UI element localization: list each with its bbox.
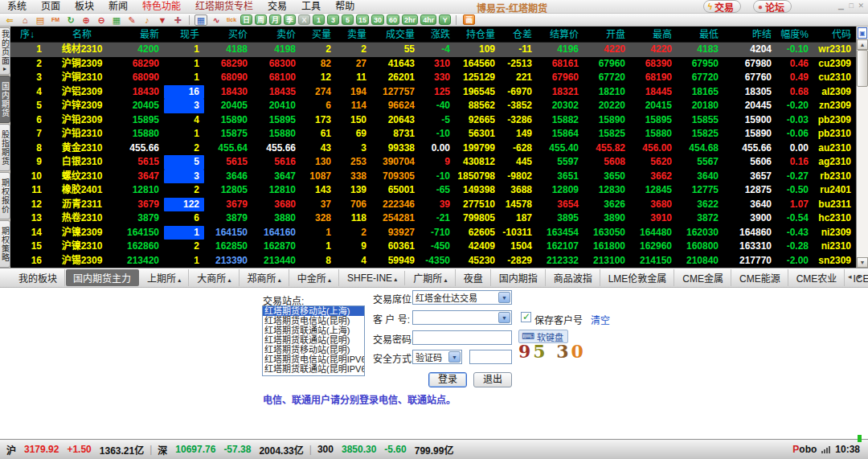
table-row[interactable]: 7沪铅2310158801158751588061698731-10563011…	[10, 127, 856, 141]
market-tab-gfex[interactable]: 广期所	[406, 269, 455, 286]
period-button-month[interactable]: 月	[269, 14, 281, 25]
column-header[interactable]: 现手	[164, 27, 204, 42]
period-button-m60[interactable]: 60	[387, 14, 399, 25]
filter-icon[interactable]: ▼	[156, 14, 169, 26]
chevron-down-icon[interactable]: ▼	[498, 292, 510, 303]
chevron-down-icon[interactable]: ▼	[448, 351, 461, 363]
column-header[interactable]: 昨结	[723, 27, 776, 42]
period-button-day[interactable]: 日	[240, 14, 252, 25]
seat-select[interactable]: 红塔金仕达交易▼	[412, 290, 512, 305]
station-item[interactable]: 红塔期货联通站(昆明IPV6)	[263, 364, 364, 374]
pin-icon[interactable]: ✚	[171, 14, 184, 26]
account-combobox[interactable]: ▼	[412, 310, 512, 325]
period-button-m1[interactable]: 1	[313, 14, 325, 25]
forum-button[interactable]: ●论坛	[753, 0, 792, 13]
menu-item-news[interactable]: 新闻	[101, 1, 135, 12]
table-row[interactable]: 5沪锌23092040532040520410611496624-4088562…	[10, 99, 856, 113]
menu-item-trade[interactable]: 交易	[260, 1, 294, 12]
column-header[interactable]: 名称	[47, 27, 117, 42]
period-button-m15[interactable]: 15	[356, 14, 369, 25]
table-row[interactable]: 13热卷23103879638793880328118254281-217998…	[10, 211, 856, 226]
column-header[interactable]: 开盘	[583, 27, 630, 42]
market-tab-my-blocks[interactable]: 我的板块	[11, 269, 65, 286]
market-tab-night[interactable]: 夜盘	[457, 269, 491, 286]
exit-button[interactable]: 退出	[473, 372, 512, 387]
notepad-icon[interactable]: ▤	[34, 14, 47, 26]
quote-table-icon[interactable]: ▦	[194, 14, 207, 26]
table-row[interactable]: 2沪铜2309682901682906830082274164331016456…	[10, 57, 856, 72]
column-header[interactable]: 买量	[301, 27, 336, 42]
menu-item-page[interactable]: 页面	[34, 1, 68, 12]
chevron-down-icon[interactable]: ▼	[498, 312, 510, 323]
scrollbar-thumb[interactable]	[857, 50, 868, 87]
period-button-week[interactable]: 周	[255, 14, 267, 25]
column-header[interactable]: 代码	[813, 27, 856, 42]
market-tab-commodity-vol[interactable]: 商品波指	[547, 269, 600, 286]
home-icon[interactable]: ⌂	[18, 14, 31, 26]
table-row[interactable]: 1线材231042001418841982255-4109-1141964220…	[10, 43, 856, 57]
draw-button[interactable]: 画	[463, 14, 475, 25]
table-row[interactable]: 6沪铅2309158954158901589517315020643-59266…	[10, 113, 856, 128]
station-item[interactable]: 红塔期货电信站(昆明IPV6)	[263, 354, 364, 364]
bell-icon[interactable]: ♪	[141, 14, 154, 26]
market-tab-domestic-index[interactable]: 国内期指	[492, 269, 546, 286]
market-tab-lme-metal[interactable]: LME伦敦金属	[601, 269, 675, 286]
period-button-m3[interactable]: 3	[327, 14, 339, 25]
table-row[interactable]: 14沪镍230916415011641501641601293927-71062…	[10, 226, 856, 240]
zoom-in-icon[interactable]: ⊕	[80, 14, 92, 26]
station-item[interactable]: 红塔期货移动站(昆明)	[263, 345, 364, 354]
period-button-season[interactable]: 季	[284, 14, 296, 25]
station-item[interactable]: 红塔期货联通站(昆明)	[263, 335, 364, 345]
station-item[interactable]: 红塔期货移动站(上海)	[263, 306, 364, 316]
sidebar-tab-option-strategy[interactable]: 期权策略	[0, 220, 10, 268]
market-tab-cme-metal[interactable]: CME金属	[675, 269, 731, 286]
market-tab-shfe[interactable]: 上期所	[140, 269, 189, 286]
block-view-icon[interactable]: ▦	[110, 14, 123, 26]
menu-item-system[interactable]: 系统	[0, 1, 34, 12]
column-header[interactable]: 结算价	[537, 27, 583, 42]
market-tab-czce[interactable]: 郑商所	[240, 269, 289, 286]
period-button-m30[interactable]: 30	[371, 14, 384, 25]
column-header[interactable]: 卖价	[252, 27, 301, 42]
station-item[interactable]: 红塔期货联通站(上海)	[263, 326, 364, 335]
market-tab-cme-agri[interactable]: CME农业	[789, 269, 845, 286]
period-button-h2[interactable]: 2hr	[402, 14, 418, 25]
period-button-h4[interactable]: 4hr	[420, 14, 436, 25]
tab-scroll-right-icon[interactable]: ▸	[858, 273, 862, 281]
column-header[interactable]: 最低	[677, 27, 723, 42]
scrollbar-track[interactable]	[857, 50, 868, 257]
menu-item-help[interactable]: 帮助	[328, 1, 362, 12]
tab-scroll-left-icon[interactable]: ◂	[848, 273, 852, 281]
column-header[interactable]: 仓差	[500, 27, 537, 42]
clear-link[interactable]: 清空	[591, 313, 610, 326]
refresh-icon[interactable]: ↻	[64, 14, 77, 26]
tick-chart-icon[interactable]: tick	[225, 14, 238, 26]
menu-item-special[interactable]: 特色功能	[135, 1, 188, 12]
period-button-m5[interactable]: 5	[342, 14, 354, 25]
back-icon[interactable]: ⇐	[3, 14, 16, 26]
scroll-up-icon[interactable]: ▲	[857, 39, 868, 50]
period-button-x[interactable]: X	[298, 14, 310, 25]
table-row[interactable]: 12沥青231136791223679368037706222346392775…	[10, 198, 856, 212]
market-tab-cme-energy[interactable]: CME能源	[732, 269, 788, 286]
column-header[interactable]: 涨跌	[420, 27, 455, 42]
table-row[interactable]: 15沪镍231016286021628501628701960361-45042…	[10, 240, 856, 254]
sidebar-tab-domestic-futures[interactable]: 国内期货	[0, 76, 10, 123]
trade-button[interactable]: ϟ交易	[703, 0, 741, 13]
minimize-icon[interactable]: ▁	[838, 2, 844, 10]
scroll-down-icon[interactable]: ▼	[857, 257, 868, 268]
column-header[interactable]: 序↓	[10, 27, 47, 42]
column-header[interactable]: 幅度%	[776, 27, 813, 42]
table-row[interactable]: 3沪铜2310680901680906810012112620133012512…	[10, 71, 856, 85]
table-row[interactable]: 16沪锡230921342012133902134408459949-43504…	[10, 254, 856, 268]
table-row[interactable]: 10螺纹231036473364636471087338709305-10185…	[10, 170, 856, 184]
restore-window-icon[interactable]: ▣	[858, 27, 867, 39]
password-input[interactable]	[412, 330, 512, 345]
column-header[interactable]: 最高	[630, 27, 677, 42]
login-button[interactable]: 登录	[428, 372, 467, 387]
table-row[interactable]: 8黄金2310455.662455.64455.66433993380.0019…	[10, 141, 856, 156]
menu-item-hongta-column[interactable]: 红塔期货专栏	[188, 1, 260, 12]
fm-radio-icon[interactable]: FM	[49, 14, 62, 26]
market-tab-shfe-ine[interactable]: SHFE-INE	[340, 271, 405, 285]
security-select[interactable]: 验证码▼	[412, 350, 462, 364]
